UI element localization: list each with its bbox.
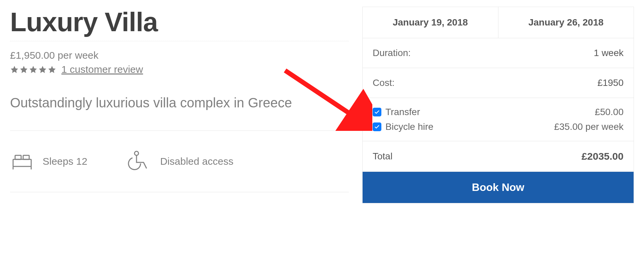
feature-accessible-label: Disabled access xyxy=(160,156,233,167)
star-icon xyxy=(10,65,19,74)
duration-label: Duration: xyxy=(373,48,411,58)
feature-accessible: Disabled access xyxy=(127,149,233,173)
wheelchair-icon xyxy=(127,149,152,173)
booking-sidebar: January 19, 2018 January 26, 2018 Durati… xyxy=(362,7,634,203)
option-bicycle: Bicycle hire £35.00 per week xyxy=(373,119,624,134)
cost-value: £1950 xyxy=(597,78,624,88)
total-label: Total xyxy=(373,151,392,162)
cost-label: Cost: xyxy=(373,78,394,88)
transfer-checkbox[interactable] xyxy=(373,108,381,116)
duration-row: Duration: 1 week xyxy=(363,38,634,68)
book-now-button[interactable]: Book Now xyxy=(363,172,634,203)
price-line: £1,950.00 per week xyxy=(10,50,349,61)
tagline: Outstandingly luxurious villa complex in… xyxy=(10,95,349,131)
svg-rect-2 xyxy=(23,155,29,159)
svg-rect-1 xyxy=(15,155,21,159)
star-icon xyxy=(48,65,56,74)
bicycle-checkbox[interactable] xyxy=(373,122,381,131)
duration-value: 1 week xyxy=(594,48,624,58)
cost-row: Cost: £1950 xyxy=(363,68,634,98)
option-transfer-label: Transfer xyxy=(385,107,420,117)
star-icon xyxy=(38,65,47,74)
option-transfer: Transfer £50.00 xyxy=(373,105,624,119)
feature-sleeps-label: Sleeps 12 xyxy=(43,156,87,167)
option-bicycle-label: Bicycle hire xyxy=(385,121,433,132)
date-to[interactable]: January 26, 2018 xyxy=(498,7,634,38)
rating-stars xyxy=(10,65,56,74)
review-count-link[interactable]: 1 customer review xyxy=(61,64,143,75)
product-title: Luxury Villa xyxy=(10,7,349,41)
product-main: Luxury Villa £1,950.00 per week 1 custom… xyxy=(10,7,349,192)
svg-point-3 xyxy=(135,151,139,155)
total-value: £2035.00 xyxy=(582,151,624,162)
bed-icon xyxy=(10,149,34,173)
svg-rect-0 xyxy=(13,159,31,166)
option-transfer-price: £50.00 xyxy=(595,107,624,117)
star-icon xyxy=(19,65,28,74)
option-bicycle-price: £35.00 per week xyxy=(554,121,624,132)
date-from[interactable]: January 19, 2018 xyxy=(363,7,498,38)
features-row: Sleeps 12 Disabled access xyxy=(10,149,349,192)
total-row: Total £2035.00 xyxy=(363,141,634,172)
check-icon xyxy=(374,124,380,130)
rating-line: 1 customer review xyxy=(10,64,349,75)
booking-options: Transfer £50.00 Bicycle hire £35.00 per … xyxy=(363,98,634,141)
check-icon xyxy=(374,109,380,115)
booking-dates: January 19, 2018 January 26, 2018 xyxy=(363,7,634,38)
feature-sleeps: Sleeps 12 xyxy=(10,149,87,173)
star-icon xyxy=(29,65,38,74)
